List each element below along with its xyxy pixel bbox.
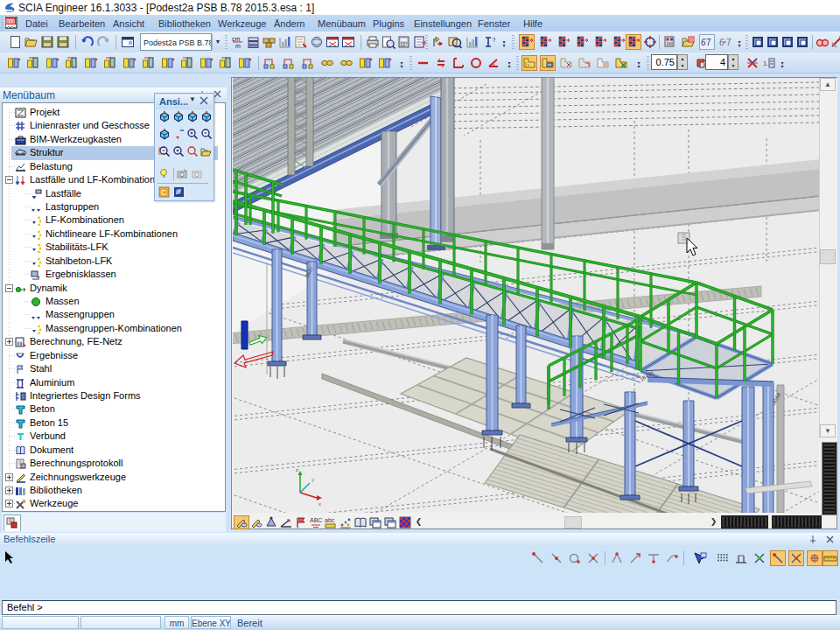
svg-text:?: ? [492,36,496,44]
svg-text:z: z [296,467,298,472]
svg-text:cm: cm [232,36,241,42]
svg-text:abc: abc [325,517,335,523]
svg-text:y: y [312,477,314,482]
svg-text:ABC: ABC [310,517,322,523]
svg-text:C: C [161,188,167,197]
svg-text:x: x [318,501,321,507]
svg-text:7: 7 [726,38,732,47]
svg-text:7: 7 [706,38,711,47]
svg-text:m: m [235,43,241,49]
svg-text:1.: 1. [763,60,769,67]
